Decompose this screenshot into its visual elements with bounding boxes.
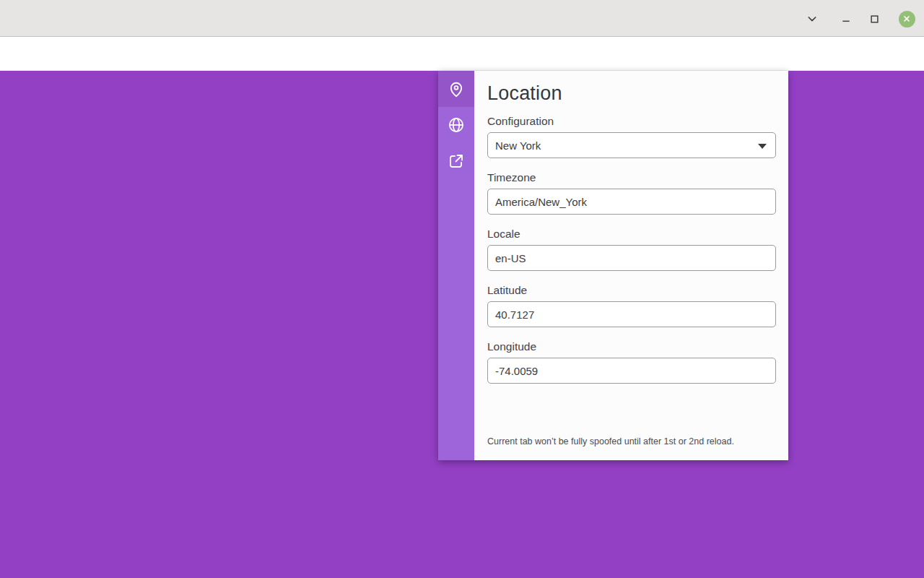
maximize-button[interactable]: [865, 9, 884, 28]
chevron-down-icon: [806, 13, 818, 25]
latitude-label: Latitude: [487, 284, 776, 297]
maximize-icon: [869, 14, 880, 25]
configuration-select[interactable]: New York: [487, 132, 776, 158]
close-icon: [899, 11, 915, 27]
longitude-input[interactable]: [487, 358, 776, 384]
window-chevron-button[interactable]: [803, 9, 821, 28]
sidebar-item-location[interactable]: [438, 71, 474, 107]
locale-input[interactable]: [487, 245, 776, 271]
select-caret-icon: [758, 144, 767, 149]
globe-icon: [447, 116, 466, 134]
timezone-label: Timezone: [487, 171, 776, 184]
external-link-icon: [448, 152, 465, 170]
popup-sidebar: [438, 71, 474, 460]
locale-label: Locale: [487, 228, 776, 241]
minimize-button[interactable]: [837, 9, 855, 28]
longitude-label: Longitude: [487, 340, 776, 353]
browser-toolbar: [0, 38, 924, 71]
reload-note: Current tab won’t be fully spoofed until…: [487, 436, 734, 447]
latitude-input[interactable]: [487, 301, 776, 327]
timezone-input[interactable]: [487, 189, 776, 215]
configuration-label: Configuration: [487, 115, 776, 128]
minimize-icon: [840, 13, 852, 25]
location-pin-icon: [447, 79, 466, 98]
vytal-popup: Location Configuration New York Timezone…: [438, 71, 788, 460]
popup-title: Location: [487, 82, 776, 105]
close-button[interactable]: [897, 9, 916, 28]
sidebar-item-external-link[interactable]: [438, 143, 474, 179]
titlebar: [0, 0, 924, 37]
configuration-selected-value: New York: [495, 139, 541, 152]
popup-content: Location Configuration New York Timezone…: [474, 71, 788, 460]
sidebar-item-browser[interactable]: [438, 107, 474, 143]
